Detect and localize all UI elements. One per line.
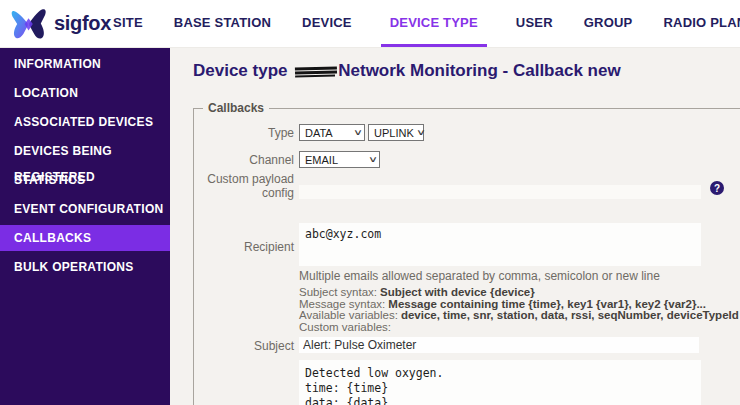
tab-base-station[interactable]: BASE STATION — [172, 0, 273, 47]
sigfox-logo[interactable]: sigfox — [0, 0, 111, 47]
recipient-textarea[interactable]: abc@xyz.com — [299, 223, 701, 266]
top-navigation-bar: sigfox SITE BASE STATION DEVICE DEVICE T… — [0, 0, 740, 48]
redacted-device-type-name — [295, 65, 337, 77]
channel-label: Channel — [194, 153, 294, 167]
syntax-help-block: Subject syntax:Subject with device {devi… — [299, 287, 739, 334]
sidebar-item-statistics[interactable]: STATISTICS — [0, 167, 170, 193]
sidebar-item-callbacks[interactable]: CALLBACKS — [0, 225, 170, 251]
help-icon[interactable]: ? — [710, 181, 724, 195]
tab-group[interactable]: GROUP — [582, 0, 635, 47]
chevron-down-icon: ∨ — [368, 155, 378, 164]
primary-nav: SITE BASE STATION DEVICE DEVICE TYPE USE… — [111, 0, 740, 47]
custom-payload-label-line1: Custom payload — [194, 172, 294, 186]
sigfox-butterfly-icon — [10, 7, 48, 41]
tab-radio-planning[interactable]: RADIO PLANNING — [661, 0, 740, 47]
recipient-help-text: Multiple emails allowed separated by com… — [299, 269, 660, 283]
recipient-label: Recipient — [194, 240, 294, 254]
page-title-prefix: Device type — [193, 61, 292, 80]
sidebar-item-information[interactable]: INFORMATION — [0, 51, 170, 77]
tab-device[interactable]: DEVICE — [300, 0, 354, 47]
page-title-suffix: Network Monitoring - Callback new — [338, 61, 620, 80]
sidebar-item-location[interactable]: LOCATION — [0, 80, 170, 106]
channel-select[interactable]: EMAIL ∨ — [299, 151, 380, 168]
channel-value: EMAIL — [305, 154, 338, 166]
brand-name: sigfox — [54, 12, 111, 35]
sidebar-item-associated-devices[interactable]: ASSOCIATED DEVICES — [0, 109, 170, 135]
sidebar-item-devices-being-registered[interactable]: DEVICES BEING REGISTERED — [0, 138, 170, 164]
callbacks-fieldset: Callbacks Type DATA ∨ UPLINK ∨ Channel E… — [193, 108, 740, 405]
device-type-sidebar: INFORMATION LOCATION ASSOCIATED DEVICES … — [0, 48, 170, 405]
sidebar-item-bulk-operations[interactable]: BULK OPERATIONS — [0, 254, 170, 280]
type-label: Type — [194, 126, 294, 140]
callback-subtype-value: UPLINK — [374, 127, 414, 139]
tab-device-type[interactable]: DEVICE TYPE — [381, 0, 487, 47]
custom-payload-config-input[interactable] — [299, 185, 701, 199]
page-title: Device type Network Monitoring - Callbac… — [193, 61, 621, 81]
callback-type-value: DATA — [305, 127, 333, 139]
sidebar-item-event-configuration[interactable]: EVENT CONFIGURATION — [0, 196, 170, 222]
subject-input[interactable] — [299, 337, 699, 353]
chevron-down-icon: ∨ — [416, 128, 426, 137]
main-content: Device type Network Monitoring - Callbac… — [170, 48, 740, 405]
sigfox-backend-window: sigfox SITE BASE STATION DEVICE DEVICE T… — [0, 0, 740, 405]
tab-site[interactable]: SITE — [111, 0, 145, 47]
tab-user[interactable]: USER — [514, 0, 555, 47]
callbacks-fieldset-legend: Callbacks — [203, 101, 269, 115]
message-textarea[interactable]: Detected low oxygen. time: {time} data: … — [299, 360, 701, 405]
chevron-down-icon: ∨ — [353, 128, 363, 137]
callback-type-select[interactable]: DATA ∨ — [299, 124, 365, 141]
subject-label: Subject — [194, 339, 294, 353]
custom-variables-line: Custom variables: — [299, 322, 739, 334]
custom-payload-label-line2: config — [194, 186, 294, 200]
callback-subtype-select[interactable]: UPLINK ∨ — [368, 124, 424, 141]
